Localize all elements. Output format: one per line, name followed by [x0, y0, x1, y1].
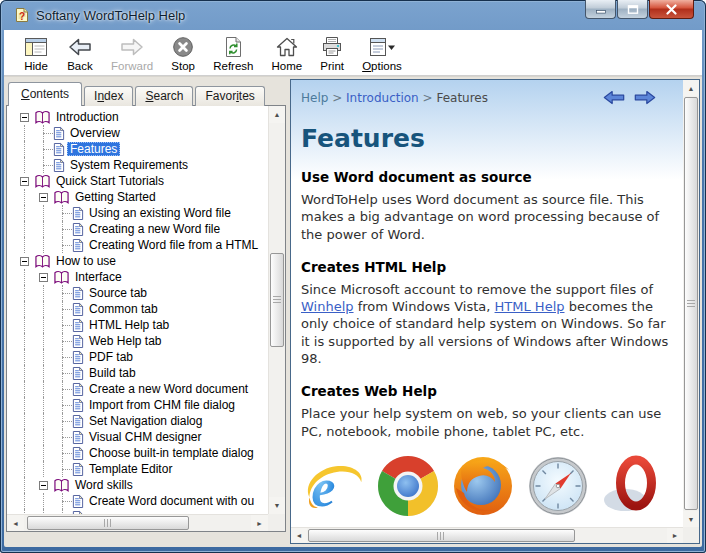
- book-icon: [34, 254, 51, 269]
- home-button[interactable]: Home: [262, 33, 311, 73]
- tree-item-label: Set Navigation dialog: [86, 414, 205, 428]
- tree-connector: [53, 301, 72, 317]
- scroll-left-button[interactable]: ◄: [7, 515, 24, 531]
- book-icon: [53, 270, 70, 285]
- scroll-down-button[interactable]: ▼: [683, 511, 699, 527]
- tree-guide-line: [15, 461, 34, 477]
- tree-item[interactable]: Word skills: [15, 477, 268, 493]
- main-area: ContentsIndexSearchFavorites Introductio…: [4, 76, 702, 547]
- tree-guide-line: [34, 349, 53, 365]
- scroll-right-button[interactable]: ►: [667, 528, 683, 543]
- scroll-up-button[interactable]: ▲: [683, 80, 699, 96]
- tree-item[interactable]: Source tab: [15, 285, 268, 301]
- tree-guide-line: [15, 349, 34, 365]
- tree-item[interactable]: Getting Started: [15, 189, 268, 205]
- tree-item[interactable]: Common tab: [15, 301, 268, 317]
- collapse-minus-icon[interactable]: [39, 481, 48, 490]
- tab-contents[interactable]: Contents: [8, 82, 82, 106]
- tree-item[interactable]: Web Help tab: [15, 333, 268, 349]
- tree-guide-line: [34, 413, 53, 429]
- tree-item[interactable]: Overview: [15, 125, 268, 141]
- scrollbar-thumb[interactable]: [270, 253, 284, 347]
- hide-icon: [23, 34, 49, 59]
- tree-guide-line: [15, 157, 34, 173]
- tree-guide-line: [15, 381, 34, 397]
- scroll-left-button[interactable]: ◄: [291, 528, 307, 543]
- tree-item[interactable]: HTML Help tab: [15, 317, 268, 333]
- page-icon: [72, 462, 84, 477]
- tree-item[interactable]: System Requirements: [15, 157, 268, 173]
- tree-item[interactable]: Template Editor: [15, 461, 268, 477]
- refresh-button[interactable]: Refresh: [204, 33, 262, 73]
- link-html-help[interactable]: HTML Help: [495, 299, 565, 314]
- print-button[interactable]: Print: [311, 33, 353, 73]
- tree-item[interactable]: Features: [15, 141, 268, 157]
- collapse-minus-icon[interactable]: [20, 113, 29, 122]
- close-button[interactable]: [649, 0, 694, 19]
- tree-item[interactable]: Choose built-in template dialog: [15, 445, 268, 461]
- toolbar-button-label: Back: [67, 60, 93, 72]
- caption-buttons: [584, 0, 694, 19]
- tree-item[interactable]: Set Navigation dialog: [15, 413, 268, 429]
- breadcrumb-help[interactable]: Help: [301, 91, 328, 105]
- tree-item-label: Create a new Word document: [86, 382, 251, 396]
- link-winhelp[interactable]: Winhelp: [301, 299, 354, 314]
- tree-horizontal-scrollbar[interactable]: ◄ ►: [7, 514, 268, 531]
- previous-topic-button[interactable]: [602, 89, 626, 106]
- options-button[interactable]: Options: [353, 33, 411, 73]
- hide-button[interactable]: Hide: [14, 33, 58, 73]
- tree-guide-line: [34, 381, 53, 397]
- scroll-right-button[interactable]: ►: [251, 515, 268, 531]
- tree-item[interactable]: How to use: [15, 253, 268, 269]
- tab-favorites[interactable]: Favorites: [195, 86, 264, 106]
- tree-connector: [34, 141, 53, 157]
- scrollbar-thumb[interactable]: [27, 516, 189, 530]
- tab-index[interactable]: Index: [84, 86, 133, 106]
- contents-tree[interactable]: IntroductionOverviewFeaturesSystem Requi…: [7, 106, 268, 514]
- paragraph: WordToHelp uses Word document as source …: [301, 191, 673, 243]
- tree-vertical-scrollbar[interactable]: ▲ ▼: [268, 106, 285, 514]
- tree-item-label: Creating Word file from a HTML: [86, 238, 261, 252]
- collapse-minus-icon[interactable]: [20, 257, 29, 266]
- tree-guide-line: [15, 237, 34, 253]
- collapse-minus-icon[interactable]: [39, 193, 48, 202]
- topic-horizontal-scrollbar[interactable]: ◄ ►: [291, 527, 683, 543]
- stop-button[interactable]: Stop: [162, 33, 204, 73]
- toolbar-button-label: Refresh: [213, 60, 253, 72]
- titlebar[interactable]: ? Softany WordToHelp Help: [4, 0, 702, 30]
- tree-item[interactable]: Quick Start Tutorials: [15, 173, 268, 189]
- tree-item-label: Build tab: [86, 366, 139, 380]
- tree-item[interactable]: Creating a new Word file: [15, 221, 268, 237]
- tree-item[interactable]: Visual CHM designer: [15, 429, 268, 445]
- scroll-down-button[interactable]: ▼: [269, 497, 285, 514]
- breadcrumb-introduction[interactable]: Introduction: [346, 91, 419, 105]
- tree-item[interactable]: Creating Word file from a HTML: [15, 237, 268, 253]
- tree-item[interactable]: PDF tab: [15, 349, 268, 365]
- minimize-button[interactable]: [585, 0, 616, 19]
- tree-item[interactable]: Create a new Word document: [15, 381, 268, 397]
- tree-guide-line: [15, 317, 34, 333]
- scroll-up-button[interactable]: ▲: [269, 106, 285, 123]
- tree-item[interactable]: Using an existing Word file: [15, 205, 268, 221]
- tree-item[interactable]: Build tab: [15, 365, 268, 381]
- topic-vertical-scrollbar[interactable]: ▲ ▼: [683, 80, 699, 527]
- tree-connector: [15, 109, 34, 125]
- tree-item[interactable]: Introduction: [15, 109, 268, 125]
- scrollbar-thumb[interactable]: [308, 529, 575, 542]
- tree-item[interactable]: Interface: [15, 269, 268, 285]
- toolbar-button-label: Hide: [24, 60, 48, 72]
- tree-item[interactable]: Create Word document with ou: [15, 493, 268, 509]
- back-button[interactable]: Back: [58, 33, 102, 73]
- forward-button: Forward: [102, 33, 162, 73]
- maximize-button[interactable]: [617, 0, 648, 19]
- tree-item-label: Quick Start Tutorials: [53, 174, 167, 188]
- collapse-minus-icon[interactable]: [20, 177, 29, 186]
- tree-item[interactable]: Import from CHM file dialog: [15, 397, 268, 413]
- tree-item-label: HTML Help tab: [86, 318, 172, 332]
- scrollbar-thumb[interactable]: [684, 97, 698, 510]
- section-heading: Creates HTML Help: [301, 259, 657, 275]
- collapse-minus-icon[interactable]: [39, 273, 48, 282]
- tree-guide-line: [15, 269, 34, 285]
- tab-search[interactable]: Search: [135, 86, 193, 106]
- next-topic-button[interactable]: [633, 89, 657, 106]
